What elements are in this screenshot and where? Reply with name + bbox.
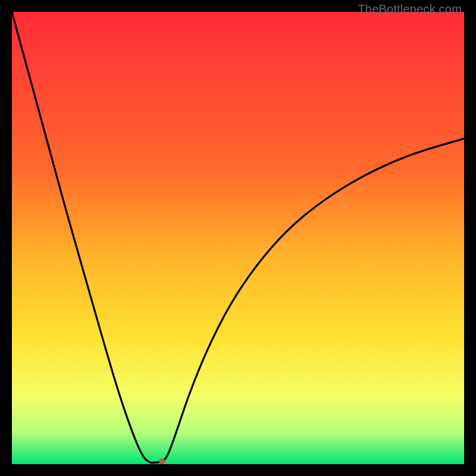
watermark-text: TheBottleneck.com (358, 2, 462, 16)
chart-frame: TheBottleneck.com (0, 0, 476, 476)
bottleneck-curve (12, 12, 464, 463)
curve-layer (12, 12, 464, 464)
optimum-marker (159, 458, 165, 464)
plot-area (12, 12, 464, 464)
